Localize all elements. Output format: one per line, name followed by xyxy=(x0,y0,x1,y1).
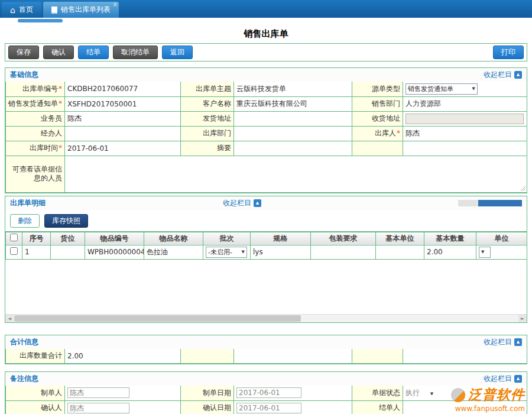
confirm-button[interactable]: 确认 xyxy=(43,46,74,59)
select-all-checkbox[interactable] xyxy=(10,234,18,241)
scroll-left-icon[interactable]: ◄ xyxy=(5,315,14,322)
dropdown-caret-icon: ▼ xyxy=(481,250,484,254)
detail-table: 序号 货位 物品编号 物品名称 批次 规格 包装要求 基本单位 基本数量 单位 … xyxy=(5,232,527,260)
source-type-label: 源单类型 xyxy=(352,82,403,96)
cell-base-qty[interactable]: 2.00 xyxy=(424,245,476,259)
recv-addr-input[interactable] xyxy=(406,114,524,124)
scroll-right-icon[interactable]: ► xyxy=(518,315,527,322)
create-date-input[interactable]: 2017-06-01 xyxy=(236,387,301,398)
detail-collapse-link[interactable]: 收起栏目 ▲ xyxy=(223,198,261,208)
page-title: 销售出库单 xyxy=(0,25,532,42)
total-title: 合计信息 xyxy=(10,337,38,347)
viewers-label: 可查看该单据信息的人员 xyxy=(6,156,65,192)
cell-packing[interactable] xyxy=(311,245,376,259)
out-time-value[interactable]: 2017-06-01 xyxy=(65,141,181,156)
summary-value[interactable] xyxy=(234,141,352,156)
delete-button[interactable]: 删除 xyxy=(10,214,40,228)
basic-row-2: 销售发货通知单 XSFHD2017050001 客户名称 重庆云版科技有限公司 … xyxy=(6,96,527,111)
remark-collapse-label: 收起栏目 xyxy=(484,374,512,384)
basic-info-table: 出库单编号 CKDBH2017060077 出库单主题 云版科技发货单 源单类型… xyxy=(5,82,527,193)
total-qty-label: 出库数量合计 xyxy=(6,349,65,364)
col-item-no: 物品编号 xyxy=(85,232,144,245)
basic-info-section: 基础信息 收起栏目 ▲ 出库单编号 CKDBH2017060077 出库单主题 … xyxy=(5,67,527,193)
total-collapse-label: 收起栏目 xyxy=(484,337,512,347)
total-collapse-link[interactable]: 收起栏目 ▲ xyxy=(484,337,522,347)
sales-dept-value[interactable]: 人力资源部 xyxy=(403,96,527,111)
ship-addr-value[interactable] xyxy=(234,111,352,126)
status-caret-icon[interactable]: ▼ xyxy=(430,392,433,396)
resize-grip-icon[interactable] xyxy=(520,185,525,191)
handler-value[interactable] xyxy=(65,126,181,141)
status-value: 执行 xyxy=(406,389,420,397)
detail-top-scrollbar-thumb[interactable] xyxy=(478,200,522,206)
save-button[interactable]: 保存 xyxy=(8,46,39,59)
subject-value[interactable]: 云版科技发货单 xyxy=(234,82,352,96)
summary-label: 摘要 xyxy=(181,141,234,156)
settle-button[interactable]: 结单 xyxy=(78,46,109,59)
recv-addr-label: 收货地址 xyxy=(352,111,403,126)
col-seq: 序号 xyxy=(22,232,51,245)
basic-row-viewers: 可查看该单据信息的人员 xyxy=(6,156,527,192)
basic-row-5: 出库时间 2017-06-01 摘要 xyxy=(6,141,527,156)
print-button[interactable]: 打印 xyxy=(493,46,524,59)
tab-bar: ⌂ 首页 销售出库单列表 × xyxy=(0,0,532,18)
notice-value[interactable]: XSFHD2017050001 xyxy=(65,96,181,111)
dropdown-caret-icon: ▼ xyxy=(472,86,475,91)
notice-label: 销售发货通知单 xyxy=(8,99,62,108)
tab-sales-outbound-list[interactable]: 销售出库单列表 × xyxy=(43,2,119,18)
order-no-label: 出库单编号 xyxy=(22,85,62,93)
toolbar: 保存 确认 结单 取消结单 返回 打印 xyxy=(5,43,527,62)
batch-select[interactable]: -未启用- ▼ xyxy=(206,247,247,258)
remark-row-2: 确认人 陈杰 确认日期 2017-06-01 结单人 xyxy=(6,400,527,414)
handler-label: 经办人 xyxy=(6,126,65,141)
unit-select[interactable]: ▼ xyxy=(479,247,491,258)
empty-value-cell xyxy=(403,349,527,364)
viewers-textarea[interactable] xyxy=(65,156,527,192)
total-row: 出库数量合计 2.00 xyxy=(6,349,527,364)
tab-home[interactable]: ⌂ 首页 xyxy=(2,2,41,18)
confirmer-input[interactable]: 陈杰 xyxy=(67,403,129,413)
stock-snapshot-button[interactable]: 库存快照 xyxy=(44,214,88,228)
row-checkbox[interactable] xyxy=(10,247,18,255)
col-batch: 批次 xyxy=(203,232,251,245)
order-no-value[interactable]: CKDBH2017060077 xyxy=(65,82,181,96)
basic-collapse-link[interactable]: 收起栏目 ▲ xyxy=(484,70,522,80)
settler-label: 结单人 xyxy=(352,400,403,414)
confirmer-label: 确认人 xyxy=(6,400,65,414)
remark-collapse-link[interactable]: 收起栏目 ▲ xyxy=(484,374,522,384)
top-scrollbar-thumb[interactable] xyxy=(18,19,63,22)
detail-top-scrollbar xyxy=(458,200,522,206)
col-base-qty: 基本数量 xyxy=(424,232,476,245)
salesman-value[interactable]: 陈杰 xyxy=(65,111,181,126)
detail-collapse-label: 收起栏目 xyxy=(223,198,251,208)
collapse-up-icon: ▲ xyxy=(514,71,522,79)
cell-seq: 1 xyxy=(22,245,51,259)
cell-spec[interactable]: lys xyxy=(251,245,311,259)
out-person-label: 出库人 xyxy=(375,129,400,137)
empty-label-cell xyxy=(352,141,403,156)
cell-item-no[interactable]: WPBH00000004 xyxy=(85,245,144,259)
home-icon: ⌂ xyxy=(10,6,15,14)
col-base-unit: 基本单位 xyxy=(376,232,424,245)
ship-addr-label: 发货地址 xyxy=(181,111,234,126)
creator-input[interactable]: 陈杰 xyxy=(67,387,129,398)
empty-value-cell xyxy=(234,349,352,364)
back-button[interactable]: 返回 xyxy=(162,46,193,59)
tab-close-icon[interactable]: × xyxy=(113,2,118,8)
cell-base-unit[interactable] xyxy=(376,245,424,259)
customer-value[interactable]: 重庆云版科技有限公司 xyxy=(234,96,352,111)
cancel-settle-button[interactable]: 取消结单 xyxy=(113,46,158,59)
detail-bottom-scrollbar-thumb[interactable] xyxy=(14,315,301,322)
detail-title: 出库单明细 xyxy=(10,198,46,208)
cell-item-name[interactable]: 色拉油 xyxy=(144,245,203,259)
detail-empty-area xyxy=(5,260,527,314)
out-person-value[interactable]: 陈杰 xyxy=(403,126,527,141)
detail-header-row: 序号 货位 物品编号 物品名称 批次 规格 包装要求 基本单位 基本数量 单位 xyxy=(6,232,527,245)
confirm-date-input[interactable]: 2017-06-01 xyxy=(236,403,301,413)
customer-label: 客户名称 xyxy=(181,96,234,111)
source-type-select[interactable]: 销售发货通知单 ▼ xyxy=(406,83,478,95)
basic-row-1: 出库单编号 CKDBH2017060077 出库单主题 云版科技发货单 源单类型… xyxy=(6,82,527,96)
out-dept-value[interactable] xyxy=(234,126,352,141)
remark-table: 制单人 陈杰 制单日期 2017-06-01 单据状态 执行 ▼ 确认人 陈杰 … xyxy=(5,386,527,414)
cell-location[interactable] xyxy=(51,245,85,259)
